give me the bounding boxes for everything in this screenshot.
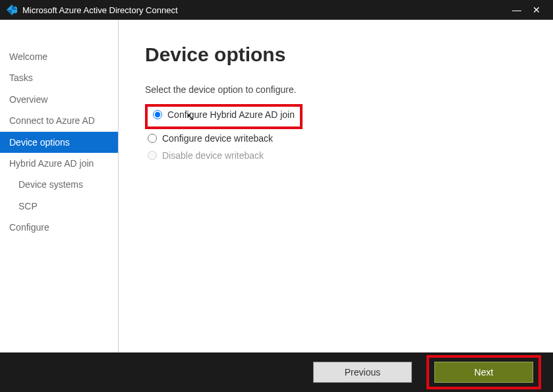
device-option-label: Disable device writeback [162,150,264,161]
device-option-label: Configure Hybrid Azure AD join [167,109,295,120]
main-panel: Device options Select the device option … [119,20,553,352]
sidebar-item[interactable]: Device systems [0,174,118,195]
device-option-radio [148,151,157,160]
sidebar-item[interactable]: Hybrid Azure AD join [0,153,118,174]
device-option-radio[interactable] [153,110,162,119]
page-heading: Device options [145,43,527,66]
device-option-row[interactable]: Configure Hybrid Azure AD join [150,108,297,121]
sidebar-item[interactable]: SCP [0,196,118,217]
sidebar-item[interactable]: Configure [0,217,118,238]
prompt-text: Select the device option to configure. [145,84,527,95]
previous-button[interactable]: Previous [313,362,412,383]
sidebar: WelcomeTasksOverviewConnect to Azure ADD… [0,20,119,352]
sidebar-item[interactable]: Overview [0,89,118,110]
device-option-row: Disable device writeback [145,149,527,162]
titlebar: Microsoft Azure Active Directory Connect… [0,0,553,20]
sidebar-item[interactable]: Tasks [0,67,118,88]
titlebar-title: Microsoft Azure Active Directory Connect [22,5,507,15]
sidebar-item[interactable]: Device options [0,132,118,153]
sidebar-item[interactable]: Connect to Azure AD [0,110,118,131]
device-option-radio[interactable] [148,134,157,143]
azure-ad-connect-logo-icon [7,5,17,15]
highlight-selected-option: Configure Hybrid Azure AD join [145,104,303,129]
footer: Previous Next [0,352,553,392]
minimize-button[interactable]: ― [507,5,527,15]
close-button[interactable]: ✕ [527,5,546,15]
sidebar-item[interactable]: Welcome [0,46,118,67]
body-area: WelcomeTasksOverviewConnect to Azure ADD… [0,20,553,352]
device-option-label: Configure device writeback [162,133,273,144]
device-option-row[interactable]: Configure device writeback [145,132,527,145]
radio-group: Configure Hybrid Azure AD joinConfigure … [145,104,527,162]
highlight-next: Next [426,355,541,389]
next-button[interactable]: Next [434,362,533,383]
